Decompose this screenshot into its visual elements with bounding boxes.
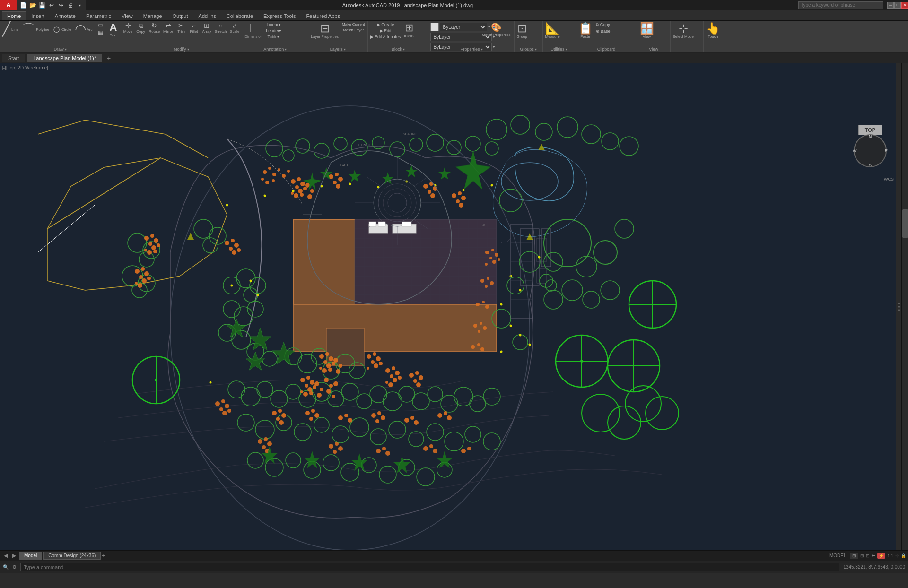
command-input[interactable] bbox=[20, 563, 839, 571]
color-select[interactable]: ByLayer bbox=[440, 23, 487, 31]
svg-text:SEATING: SEATING bbox=[403, 132, 417, 136]
tool-move[interactable]: ✛Move bbox=[122, 22, 134, 34]
snap-indicator[interactable]: ⊡ bbox=[866, 553, 870, 558]
viewcube[interactable]: TOP N S W E WCS bbox=[851, 125, 894, 182]
tool-edit[interactable]: ▶ Edit bbox=[369, 28, 402, 34]
lock-indicator[interactable]: 🔒 bbox=[901, 553, 906, 558]
svg-point-360 bbox=[480, 322, 482, 325]
layout-tab-model[interactable]: Model bbox=[19, 552, 42, 560]
svg-point-356 bbox=[476, 303, 480, 306]
layout-tab-comm[interactable]: Comm Design (24x36) bbox=[43, 552, 101, 560]
tab-featured[interactable]: Featured Apps bbox=[301, 11, 345, 20]
tab-home[interactable]: Home bbox=[2, 11, 26, 20]
tool-match-layer[interactable]: Match Layer bbox=[340, 27, 366, 33]
rectangle-icon: ▭ bbox=[98, 22, 103, 28]
svg-point-260 bbox=[415, 371, 419, 375]
tool-mirror[interactable]: ⇌Mirror bbox=[162, 22, 175, 34]
tool-leader[interactable]: Leader▾ bbox=[264, 28, 283, 34]
qat-dropdown[interactable]: ▾ bbox=[76, 1, 84, 9]
tab-addins[interactable]: Add-ins bbox=[193, 11, 221, 20]
top-view-button[interactable]: TOP bbox=[858, 125, 882, 135]
command-customize[interactable]: ⚙ bbox=[12, 564, 17, 570]
tool-base[interactable]: ⊕ Base bbox=[594, 28, 612, 34]
tab-annotate[interactable]: Annotate bbox=[50, 11, 81, 20]
side-collapse-panel[interactable] bbox=[896, 63, 901, 550]
svg-point-216 bbox=[325, 352, 329, 356]
svg-point-159 bbox=[278, 168, 280, 171]
tool-polyline[interactable]: ⌒ Polyline bbox=[20, 22, 51, 37]
tool-paste[interactable]: 📋 Paste bbox=[577, 22, 594, 39]
tool-copy[interactable]: ⧉Copy bbox=[135, 22, 147, 34]
drawing-canvas[interactable]: FENCE GATE SEATING bbox=[0, 63, 908, 550]
tool-scale[interactable]: ⤢Scale bbox=[228, 22, 241, 34]
tool-measure[interactable]: 📐 Measure bbox=[544, 22, 561, 39]
layout-nav-right[interactable]: ▶ bbox=[10, 553, 18, 559]
tab-collaborate[interactable]: Collaborate bbox=[221, 11, 258, 20]
qat-undo[interactable]: ↩ bbox=[47, 1, 56, 9]
tool-touch[interactable]: 👆 Touch bbox=[705, 22, 722, 39]
tool-hatch[interactable]: ▦ bbox=[95, 29, 107, 36]
tool-copy-clip[interactable]: ⧉ Copy bbox=[594, 22, 612, 28]
close-button[interactable]: ✕ bbox=[901, 2, 908, 9]
tab-express[interactable]: Express Tools bbox=[258, 11, 301, 20]
tool-match-properties[interactable]: 🎨 Match Properties bbox=[480, 23, 512, 37]
svg-point-357 bbox=[482, 301, 485, 303]
tab-output[interactable]: Output bbox=[167, 11, 193, 20]
qat-new[interactable]: 📄 bbox=[19, 1, 27, 9]
ortho-indicator[interactable]: ⊢ bbox=[872, 553, 875, 558]
tool-array[interactable]: ⊞Array bbox=[201, 22, 213, 34]
tool-make-current[interactable]: Make Current bbox=[340, 22, 366, 27]
command-search-button[interactable]: 🔍 bbox=[3, 564, 9, 570]
tool-table[interactable]: Table▾ bbox=[264, 34, 283, 40]
svg-point-209 bbox=[430, 193, 435, 198]
qat-save[interactable]: 💾 bbox=[38, 1, 46, 9]
minimize-button[interactable]: — bbox=[887, 2, 894, 9]
layout-nav-left[interactable]: ◀ bbox=[2, 553, 9, 559]
tool-rectangle[interactable]: ▭ bbox=[95, 22, 107, 29]
svg-point-346 bbox=[491, 249, 494, 251]
svg-point-205 bbox=[423, 184, 428, 189]
svg-point-197 bbox=[305, 183, 310, 188]
search-input[interactable] bbox=[798, 1, 883, 9]
tab-model-file[interactable]: Landscape Plan Model (1)* bbox=[27, 54, 102, 62]
tool-view[interactable]: 🪟 View bbox=[638, 22, 655, 39]
tab-parametric[interactable]: Parametric bbox=[81, 11, 116, 20]
workspace-indicator[interactable]: ⊹ bbox=[895, 553, 899, 558]
tool-edit-attributes[interactable]: ▶ Edit Attributes bbox=[369, 34, 402, 40]
tool-fillet[interactable]: ⌐Fillet bbox=[188, 22, 200, 34]
tool-rotate[interactable]: ↻Rotate bbox=[148, 22, 162, 34]
qat-open[interactable]: 📂 bbox=[28, 1, 37, 9]
tool-create[interactable]: ▶ Create bbox=[369, 22, 402, 27]
tool-linear[interactable]: Linear▾ bbox=[264, 22, 283, 27]
layers-group-label: Layers bbox=[308, 47, 367, 52]
layout-add-button[interactable]: + bbox=[102, 552, 105, 559]
tab-start[interactable]: Start bbox=[2, 54, 25, 62]
autocad-app-button[interactable]: A bbox=[0, 0, 17, 10]
tool-layer-properties[interactable]: ⊟ Layer Properties bbox=[309, 22, 340, 39]
tool-trim[interactable]: ✂Trim bbox=[175, 22, 187, 34]
tab-insert[interactable]: Insert bbox=[26, 11, 50, 20]
tool-stretch[interactable]: ↔Stretch bbox=[213, 22, 228, 34]
maximize-button[interactable]: □ bbox=[894, 2, 901, 9]
tool-select-mode[interactable]: ⊹ Select Mode bbox=[672, 22, 695, 39]
ribbon-group-view: 🪟 View View bbox=[637, 21, 671, 52]
qat-redo[interactable]: ↪ bbox=[57, 1, 65, 9]
compass-ring[interactable]: N S W E bbox=[854, 134, 887, 167]
tool-line[interactable]: ╱ Line bbox=[1, 22, 20, 37]
tab-add-button[interactable]: + bbox=[104, 54, 114, 62]
tool-insert[interactable]: ⊞ Insert bbox=[403, 22, 415, 38]
tab-manage[interactable]: Manage bbox=[138, 11, 167, 20]
tool-arc[interactable]: ◠ Arc bbox=[73, 22, 94, 37]
tool-circle[interactable]: ○ Circle bbox=[51, 22, 72, 37]
coord-display[interactable]: 1245.3221, 897.6543, 0.0000 bbox=[843, 564, 905, 570]
tool-text[interactable]: A Text bbox=[107, 22, 120, 37]
tool-dimension[interactable]: ⊢ Dimension bbox=[243, 22, 264, 39]
svg-point-256 bbox=[398, 376, 402, 380]
tab-view[interactable]: View bbox=[116, 11, 138, 20]
scrollbar-thumb[interactable] bbox=[902, 209, 908, 238]
grid-icon[interactable]: ⊞ bbox=[850, 553, 858, 559]
vertical-scrollbar[interactable] bbox=[901, 63, 908, 550]
drawing-viewport[interactable]: [-][Top][2D Wireframe] bbox=[0, 63, 908, 550]
tool-group[interactable]: ⊡ Group bbox=[515, 22, 529, 39]
qat-plot[interactable]: 🖨 bbox=[66, 1, 75, 9]
